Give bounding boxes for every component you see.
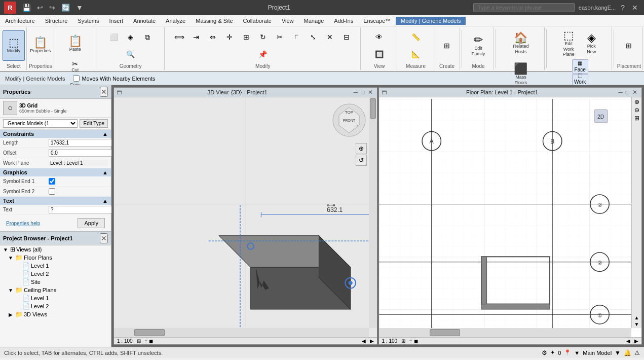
menu-analyze[interactable]: Analyze: [161, 17, 191, 25]
constraints-section-header[interactable]: Constraints ▲: [0, 130, 111, 138]
search-input[interactable]: [473, 3, 575, 12]
graphics-section-header[interactable]: Graphics ▲: [0, 168, 111, 176]
menu-insert[interactable]: Insert: [104, 17, 129, 25]
3d-orbit-button[interactable]: ↺: [356, 155, 367, 166]
fp-zoom-fit[interactable]: ⊞: [634, 115, 639, 122]
tree-floor-plans[interactable]: ▼ 📁 Floor Plans: [0, 254, 111, 262]
text-section-header[interactable]: Text ▲: [0, 197, 111, 205]
status-options-button[interactable]: ⚙: [542, 349, 547, 356]
properties-ribbon-button[interactable]: 📋 Properties: [29, 30, 52, 61]
modify-button[interactable]: ⬚ Modify: [3, 30, 25, 61]
redo-button[interactable]: ↪: [47, 3, 57, 13]
face-button[interactable]: ▦ Face: [572, 59, 588, 74]
measure-btn1[interactable]: 📏: [408, 30, 424, 44]
menu-addins[interactable]: Add-Ins: [329, 17, 358, 25]
moves-with-nearby-checkbox-container[interactable]: Moves With Nearby Elements: [69, 74, 159, 83]
notification-button[interactable]: 🔔: [624, 349, 631, 356]
fp-maximize-button[interactable]: □: [625, 89, 630, 96]
fp-close-button[interactable]: ✕: [631, 89, 638, 96]
fp-up[interactable]: ▲: [634, 315, 639, 320]
apply-button[interactable]: Apply: [78, 218, 105, 228]
view-btn1[interactable]: 👁: [371, 30, 387, 44]
edit-family-button[interactable]: ✏ EditFamily: [467, 30, 489, 61]
edit-work-plane-button[interactable]: ⬚ EditWork Plane: [557, 28, 580, 59]
project-browser-close-button[interactable]: ✕: [100, 233, 108, 243]
tree-floor-level1[interactable]: 📄 Level 1: [0, 262, 111, 270]
geometry-btn4[interactable]: 🔍: [123, 47, 139, 61]
tree-floor-site[interactable]: 📄 Site: [0, 278, 111, 286]
mirror-button[interactable]: ⇔: [205, 30, 221, 44]
3d-detail-level[interactable]: ≡: [145, 338, 148, 344]
moves-with-nearby-checkbox[interactable]: [73, 75, 80, 82]
fp-visual-style[interactable]: ◼: [414, 338, 418, 344]
3d-maximize-button[interactable]: □: [360, 89, 365, 96]
related-hosts-button[interactable]: 🏠 RelatedHosts: [510, 28, 532, 59]
tree-3d-views[interactable]: ▶ 📁 3D Views: [0, 310, 111, 318]
3d-minimize-button[interactable]: ─: [353, 89, 359, 96]
placement-btn1[interactable]: ⊞: [621, 39, 637, 53]
edit-type-button[interactable]: Edit Type: [80, 119, 108, 128]
split-button[interactable]: ⟌: [288, 30, 305, 44]
3d-content[interactable]: 632.1 ⇤⇥ 6000: [114, 97, 377, 337]
fp-minimize-button[interactable]: ─: [617, 89, 624, 96]
cut-button[interactable]: ✂ Cut: [67, 59, 83, 74]
3d-hscroll[interactable]: [114, 328, 369, 337]
nav-cube[interactable]: TOP FRONT R: [331, 102, 367, 138]
instance-select[interactable]: Generic Models (1: [3, 119, 78, 128]
menu-systems[interactable]: Systems: [72, 17, 104, 25]
array-button[interactable]: ⊟: [338, 30, 355, 44]
status-model-button[interactable]: ▼: [574, 350, 580, 356]
symbol2-checkbox[interactable]: [49, 188, 55, 195]
offset-button[interactable]: ⇥: [188, 30, 204, 44]
fp-hscroll[interactable]: [379, 328, 632, 337]
status-model-select[interactable]: ▼: [615, 349, 621, 356]
menu-collaborate[interactable]: Collaborate: [238, 17, 277, 25]
length-input[interactable]: [49, 139, 117, 147]
delete-button[interactable]: ✕: [322, 30, 338, 44]
paste-button[interactable]: 📋 Paste: [64, 28, 86, 59]
3d-next-view[interactable]: ▶: [370, 338, 374, 344]
rotate-button[interactable]: ↻: [255, 30, 271, 44]
fp-zoom-out[interactable]: ⊖: [634, 106, 639, 114]
tree-ceiling-plans[interactable]: ▼ 📁 Ceiling Plans: [0, 286, 111, 294]
menu-massing[interactable]: Massing & Site: [191, 17, 238, 25]
properties-close-button[interactable]: ✕: [100, 87, 108, 97]
menu-structure[interactable]: Structure: [40, 17, 73, 25]
trim-button[interactable]: ✂: [272, 30, 288, 44]
fp-scale-button[interactable]: ⊞: [401, 338, 405, 344]
pick-new-button[interactable]: ◈ PickNew: [580, 28, 602, 59]
3d-scale-button[interactable]: ⊞: [137, 338, 141, 344]
tree-floor-level2[interactable]: 📄 Level 2: [0, 270, 111, 278]
fp-zoom-in[interactable]: ⊕: [634, 98, 639, 105]
3d-vscroll[interactable]: [369, 97, 377, 328]
properties-help-link[interactable]: Properties help: [3, 220, 43, 227]
measure-btn2[interactable]: 📐: [408, 47, 424, 61]
text-input[interactable]: [49, 206, 117, 213]
move-button[interactable]: ✛: [221, 30, 238, 44]
geometry-btn1[interactable]: ⬜: [106, 30, 122, 44]
fp-detail-level[interactable]: ≡: [409, 338, 412, 344]
geometry-btn2[interactable]: ◈: [123, 30, 139, 44]
close-app-button[interactable]: ✕: [630, 3, 640, 13]
tree-ceiling-level2[interactable]: 📄 Level 2: [0, 302, 111, 310]
warning-button[interactable]: ⚠: [634, 349, 640, 356]
menu-manage[interactable]: Manage: [299, 17, 329, 25]
view-btn2[interactable]: 🔲: [371, 47, 387, 61]
geometry-btn3[interactable]: ⧉: [139, 30, 156, 44]
3d-visual-style[interactable]: ◼: [149, 338, 153, 344]
menu-architecture[interactable]: Architecture: [0, 17, 40, 25]
fp-down[interactable]: ▼: [634, 321, 639, 327]
copy-modify-button[interactable]: ⊞: [238, 30, 254, 44]
help-button[interactable]: ?: [619, 3, 627, 13]
menu-modify[interactable]: Modify | Generic Models: [396, 17, 466, 25]
sync-button[interactable]: 🔄: [59, 3, 72, 13]
fp-content[interactable]: A B ② ② ①: [379, 97, 642, 337]
fp-next-view[interactable]: ▶: [634, 338, 638, 344]
3d-prev-view[interactable]: ◀: [362, 338, 366, 344]
undo-button[interactable]: ↩: [35, 3, 45, 13]
symbol1-checkbox[interactable]: [49, 178, 55, 185]
pin-button[interactable]: 📌: [255, 47, 271, 61]
3d-close-button[interactable]: ✕: [367, 89, 374, 96]
tree-ceiling-level1[interactable]: 📄 Level 1: [0, 294, 111, 302]
fp-prev-view[interactable]: ◀: [626, 338, 630, 344]
